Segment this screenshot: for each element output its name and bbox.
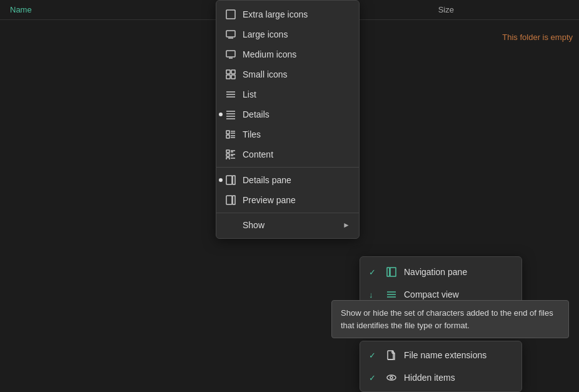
navigation-pane-label: Navigation pane bbox=[404, 267, 467, 277]
tooltip-file-extensions: Show or hide the set of characters added… bbox=[331, 300, 569, 338]
menu-item-details[interactable]: Details bbox=[216, 104, 359, 124]
tiles-label: Tiles bbox=[243, 129, 350, 139]
details-pane-bullet bbox=[219, 178, 223, 182]
svg-rect-16 bbox=[226, 131, 229, 134]
view-menu: Extra large icons Large icons Medium ico… bbox=[216, 0, 360, 239]
menu-item-show[interactable]: Show ► bbox=[216, 216, 359, 234]
svg-rect-31 bbox=[233, 176, 235, 184]
details-bullet bbox=[219, 113, 223, 116]
column-size: Size bbox=[438, 5, 454, 14]
svg-rect-7 bbox=[226, 75, 230, 79]
menu-item-medium-icons[interactable]: Medium icons bbox=[216, 44, 359, 64]
menu-item-tiles[interactable]: Tiles bbox=[216, 124, 359, 144]
svg-point-42 bbox=[387, 375, 396, 380]
menu-divider-1 bbox=[216, 167, 359, 168]
tiles-icon bbox=[225, 129, 236, 140]
column-name: Name bbox=[10, 5, 32, 14]
show-label: Show bbox=[243, 220, 336, 230]
content-icon bbox=[225, 149, 236, 160]
menu-item-preview-pane[interactable]: Preview pane bbox=[216, 190, 359, 210]
preview-pane-icon bbox=[225, 194, 236, 206]
svg-rect-35 bbox=[390, 268, 396, 276]
file-name-extensions-check: ✓ bbox=[369, 351, 379, 360]
svg-point-43 bbox=[390, 376, 393, 379]
extra-large-icon bbox=[225, 9, 236, 20]
extra-large-icons-label: Extra large icons bbox=[243, 9, 350, 19]
svg-rect-22 bbox=[226, 150, 229, 153]
list-label: List bbox=[243, 89, 350, 99]
menu-item-details-pane[interactable]: Details pane bbox=[216, 170, 359, 190]
tooltip-text: Show or hide the set of characters added… bbox=[341, 308, 553, 330]
svg-rect-0 bbox=[226, 10, 235, 19]
svg-rect-30 bbox=[226, 176, 232, 184]
svg-rect-25 bbox=[226, 154, 229, 156]
svg-rect-34 bbox=[387, 268, 390, 276]
navigation-pane-check: ✓ bbox=[369, 268, 379, 277]
svg-rect-5 bbox=[226, 70, 230, 74]
medium-icons-label: Medium icons bbox=[243, 49, 350, 59]
compact-view-check: ↓ bbox=[369, 290, 379, 299]
menu-item-extra-large-icons[interactable]: Extra large icons bbox=[216, 4, 359, 24]
svg-rect-28 bbox=[226, 158, 229, 159]
folder-empty-message: This folder is empty bbox=[502, 33, 573, 42]
menu-item-large-icons[interactable]: Large icons bbox=[216, 24, 359, 44]
list-icon bbox=[225, 89, 236, 100]
svg-rect-6 bbox=[231, 70, 235, 74]
show-arrow-icon: ► bbox=[343, 221, 350, 229]
svg-rect-1 bbox=[226, 31, 235, 37]
details-pane-icon bbox=[225, 174, 236, 186]
menu-item-list[interactable]: List bbox=[216, 84, 359, 104]
medium-icon bbox=[225, 49, 236, 60]
hidden-items-check: ✓ bbox=[369, 373, 379, 383]
small-icon bbox=[225, 69, 236, 80]
small-icons-label: Small icons bbox=[243, 69, 350, 79]
menu-divider-2 bbox=[216, 213, 359, 213]
menu-item-small-icons[interactable]: Small icons bbox=[216, 64, 359, 84]
compact-view-icon bbox=[385, 288, 398, 301]
submenu-item-navigation-pane[interactable]: ✓ Navigation pane bbox=[360, 261, 521, 283]
compact-view-label: Compact view bbox=[404, 289, 459, 299]
file-name-extensions-label: File name extensions bbox=[404, 350, 486, 360]
hidden-items-label: Hidden items bbox=[404, 373, 455, 383]
svg-rect-33 bbox=[233, 196, 235, 204]
large-icon bbox=[225, 29, 236, 40]
file-name-extensions-icon bbox=[385, 349, 398, 361]
svg-rect-32 bbox=[226, 196, 232, 204]
navigation-pane-icon bbox=[385, 266, 398, 278]
preview-pane-label: Preview pane bbox=[243, 195, 350, 205]
svg-rect-8 bbox=[231, 75, 235, 79]
details-icon bbox=[225, 109, 236, 120]
submenu-item-hidden-items[interactable]: ✓ Hidden items bbox=[360, 366, 521, 389]
details-pane-label: Details pane bbox=[243, 175, 350, 185]
svg-rect-19 bbox=[226, 135, 229, 138]
details-label: Details bbox=[243, 109, 350, 119]
submenu-item-file-name-extensions[interactable]: ✓ File name extensions bbox=[360, 344, 521, 366]
large-icons-label: Large icons bbox=[243, 29, 350, 39]
hidden-items-icon bbox=[385, 371, 398, 384]
file-options-submenu: ✓ File name extensions ✓ Hidden items bbox=[360, 341, 522, 392]
menu-item-content[interactable]: Content bbox=[216, 144, 359, 164]
svg-rect-3 bbox=[226, 51, 235, 57]
content-label: Content bbox=[243, 149, 350, 159]
